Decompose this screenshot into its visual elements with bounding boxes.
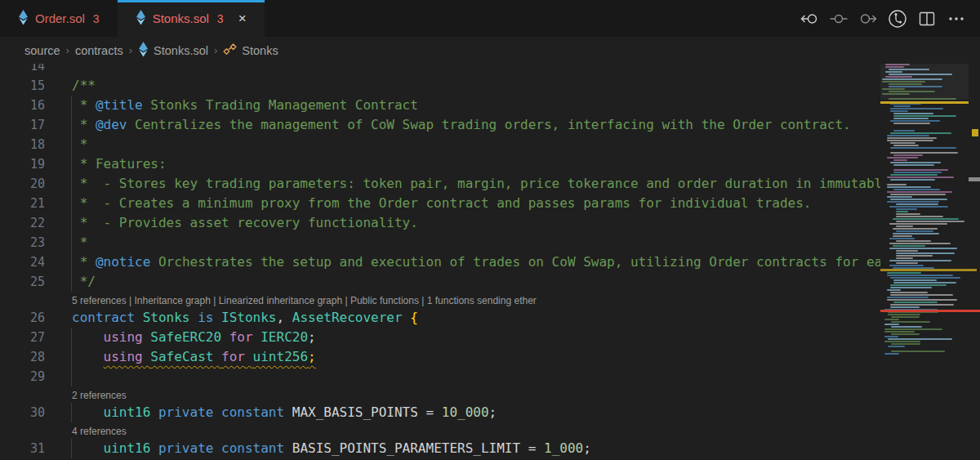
- line-number[interactable]: 31: [0, 439, 45, 458]
- codelens[interactable]: 2 references: [0, 386, 880, 403]
- line-number[interactable]: 28: [0, 347, 45, 367]
- minimap-line: [887, 186, 931, 188]
- minimap-line: [889, 243, 951, 244]
- breadcrumb-item-contracts[interactable]: contracts: [75, 44, 123, 57]
- code-line-26[interactable]: 26contract Stonks is IStonks, AssetRecov…: [0, 308, 880, 328]
- code-line-30[interactable]: 30 uint16 private constant MAX_BASIS_POI…: [0, 403, 880, 422]
- nav-forward-icon[interactable]: [858, 8, 879, 29]
- breadcrumb-item-source[interactable]: source: [24, 44, 60, 57]
- minimap-line: [890, 132, 951, 134]
- minimap-line: [893, 301, 938, 303]
- minimap-line: [891, 321, 930, 323]
- code-line-23[interactable]: 23 *: [0, 233, 880, 252]
- line-number[interactable]: 24: [0, 252, 45, 272]
- code-line-28[interactable]: 28 using SafeCast for uint256;: [0, 347, 880, 367]
- line-number[interactable]: 23: [0, 233, 45, 252]
- breadcrumb: source›contracts› Stonks.sol› Stonks: [0, 37, 980, 64]
- code-line-14[interactable]: 14: [0, 64, 880, 76]
- line-number[interactable]: 16: [0, 96, 45, 115]
- minimap-line: [887, 137, 937, 139]
- minimap-line: [896, 240, 931, 242]
- minimap-line: [896, 211, 908, 212]
- line-number[interactable]: 17: [0, 115, 45, 135]
- breadcrumb-separator: ›: [129, 44, 132, 56]
- code-line-19[interactable]: 19 * Features:: [0, 154, 880, 174]
- code-line-17[interactable]: 17 * @dev Centralizes the management of …: [0, 115, 880, 135]
- codelens[interactable]: 4 references: [0, 422, 880, 439]
- minimap-line: [888, 338, 952, 340]
- more-actions-icon[interactable]: [946, 8, 967, 29]
- code-line-27[interactable]: 27 using SafeERC20 for IERC20;: [0, 328, 880, 347]
- code-line-21[interactable]: 21 * - Creates a minimum proxy from the …: [0, 194, 880, 213]
- line-number[interactable]: 15: [0, 76, 45, 96]
- code-line-15[interactable]: 15/**: [0, 76, 880, 96]
- code-line-24[interactable]: 24 * @notice Orchestrates the setup and …: [0, 252, 880, 272]
- minimap-line: [880, 167, 969, 168]
- minimap-line: [888, 314, 920, 315]
- tab-order-sol[interactable]: Order.sol 3: [0, 0, 118, 37]
- split-editor-icon[interactable]: [916, 8, 938, 29]
- minimap-line: [887, 176, 954, 178]
- code-line-20[interactable]: 20 * - Stores key trading parameters: to…: [0, 174, 880, 194]
- minimap-line: [890, 147, 956, 149]
- close-icon[interactable]: ×: [238, 11, 247, 25]
- line-number[interactable]: 27: [0, 328, 45, 347]
- minimap-line: [884, 328, 942, 330]
- minimap-line: [893, 164, 934, 166]
- line-number[interactable]: 20: [0, 174, 45, 194]
- minimap[interactable]: [880, 64, 969, 460]
- line-number[interactable]: 25: [0, 272, 45, 292]
- minimap-line: [884, 341, 920, 342]
- line-number[interactable]: 22: [0, 213, 45, 233]
- minimap-line: [890, 179, 935, 181]
- minimap-line: [880, 181, 969, 183]
- line-number[interactable]: 30: [0, 403, 45, 422]
- line-number[interactable]: 26: [0, 308, 45, 328]
- error-highlight: [880, 310, 980, 312]
- minimap-line: [891, 316, 920, 318]
- line-number[interactable]: 18: [0, 135, 45, 154]
- minimap-line: [896, 262, 918, 264]
- code-line-18[interactable]: 18 *: [0, 135, 880, 154]
- minimap-line: [896, 230, 933, 232]
- line-number[interactable]: 21: [0, 194, 45, 213]
- code-line-16[interactable]: 16 * @title Stonks Trading Management Co…: [0, 96, 880, 115]
- code-editor: 1415/**16 * @title Stonks Trading Manage…: [0, 64, 980, 460]
- minimap-line: [893, 159, 907, 161]
- minimap-line: [887, 184, 906, 185]
- minimap-line: [889, 265, 924, 266]
- code-line-31[interactable]: 31 uint16 private constant BASIS_POINTS_…: [0, 439, 880, 458]
- tab-stonks-sol[interactable]: Stonks.sol 3×: [118, 0, 265, 37]
- codelens[interactable]: 5 references | Inheritance graph | Linea…: [0, 292, 880, 308]
- code-text: /**: [72, 76, 96, 96]
- minimap-line: [893, 105, 911, 107]
- minimap-line: [890, 194, 946, 195]
- ethereum-icon: [138, 42, 149, 60]
- code-line-22[interactable]: 22 * - Provides asset recovery functiona…: [0, 213, 880, 233]
- minimap-line: [887, 289, 901, 291]
- nav-position-icon[interactable]: [828, 8, 849, 29]
- tab-filename: Order.sol: [35, 11, 85, 25]
- minimap-slider[interactable]: [880, 64, 969, 100]
- minimap-line: [884, 336, 898, 337]
- minimap-line: [891, 326, 922, 328]
- minimap-line: [890, 199, 947, 200]
- overview-ruler[interactable]: [969, 64, 980, 460]
- minimap-line: [887, 272, 921, 274]
- code-line-29[interactable]: 29: [0, 367, 880, 386]
- minimap-line: [896, 208, 917, 210]
- code-text: using SafeERC20 for IERC20;: [72, 328, 316, 347]
- breadcrumb-separator: ›: [214, 44, 217, 56]
- run-graph-icon[interactable]: [887, 8, 908, 29]
- nav-back-icon[interactable]: [799, 8, 820, 29]
- line-number[interactable]: 19: [0, 154, 45, 174]
- minimap-line: [890, 152, 958, 154]
- line-number[interactable]: 29: [0, 367, 45, 386]
- breadcrumb-item-stonks-sol[interactable]: Stonks.sol: [138, 42, 208, 60]
- minimap-line: [891, 351, 945, 352]
- code-line-25[interactable]: 25 */: [0, 272, 880, 292]
- line-number[interactable]: 14: [0, 64, 45, 76]
- breadcrumb-item-stonks[interactable]: Stonks: [223, 43, 278, 58]
- minimap-line: [893, 245, 925, 247]
- minimap-line: [893, 113, 933, 114]
